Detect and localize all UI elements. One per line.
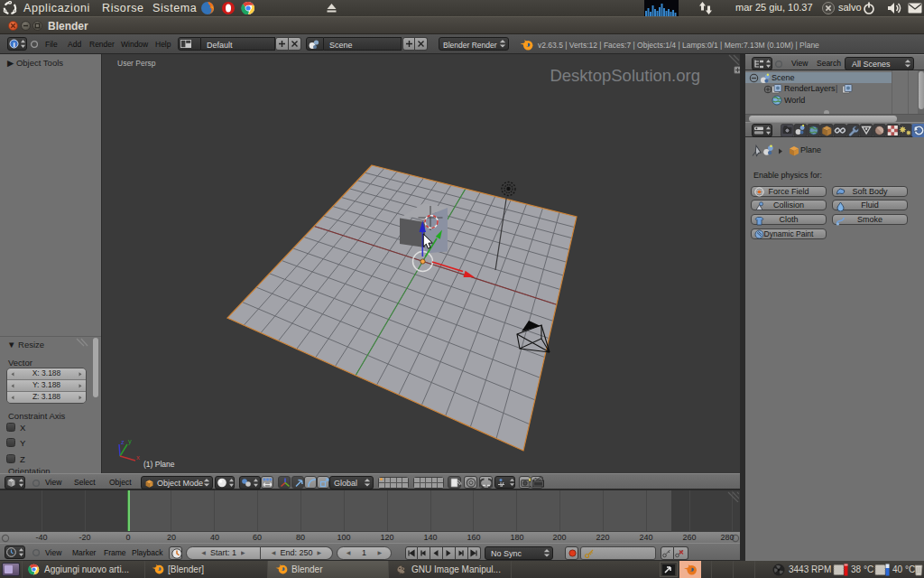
- svg-text:x: x: [136, 453, 140, 461]
- svg-text:y: y: [128, 437, 132, 445]
- svg-text:User Persp: User Persp: [117, 59, 156, 68]
- svg-text:DesktopSolution.org: DesktopSolution.org: [550, 66, 700, 85]
- svg-text:i: i: [13, 41, 14, 49]
- svg-text:(1) Plane: (1) Plane: [143, 460, 175, 469]
- svg-text:z: z: [121, 438, 125, 446]
